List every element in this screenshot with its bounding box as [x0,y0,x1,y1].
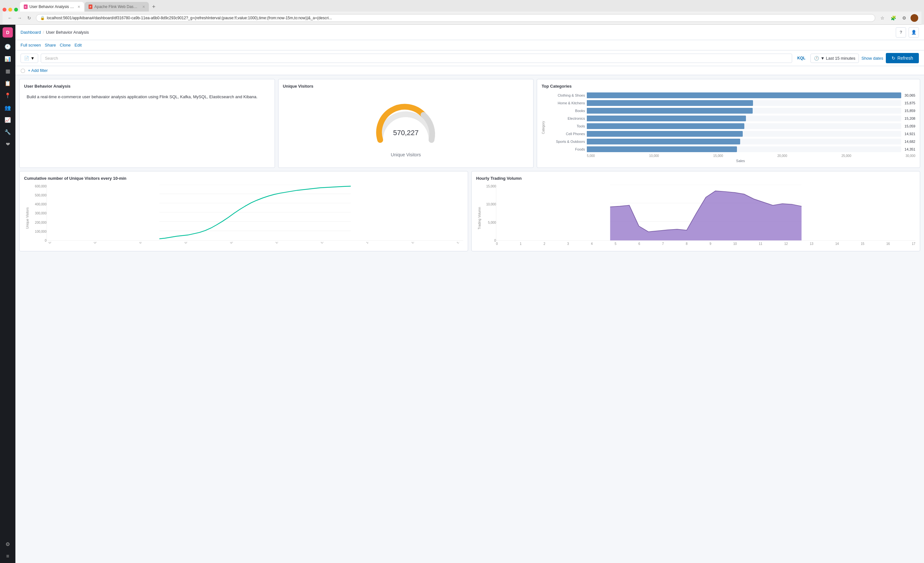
bar-category-clothing: Clothing & Shoes [546,93,585,97]
x-label-1740: 17:40 [456,242,463,244]
y-label-10k: 10,000 [483,203,496,206]
line-chart-x-axis: 00:40 02:10 04:10 06:10 08:10 10:10 12:1… [46,242,463,245]
breadcrumb-current: User Behavior Analysis [46,30,89,35]
x-label-16: 16 [886,242,890,246]
breadcrumb-parent[interactable]: Dashboard [21,30,41,35]
x-label-1410: 14:10 [365,242,373,244]
search-type-button[interactable]: 📄 ▼ [21,54,38,63]
gauge-svg: 570,227 [374,98,438,150]
bar-wrapper-sports [587,139,901,144]
trading-volume-panel: Hourly Trading Volumn Trading Volumn 15,… [471,171,920,251]
help-button[interactable]: ? [896,27,906,38]
edit-link[interactable]: Edit [74,43,81,48]
show-dates-button[interactable]: Show dates [861,56,883,61]
sidebar-icon-graph[interactable]: 📈 [2,114,14,126]
area-chart-svg [496,185,915,241]
x-label-0210: 02:10 [93,242,100,244]
bar-category-cellphones: Cell Phones [546,132,585,136]
x-label-3: 3 [567,242,569,246]
bar-category-sports: Sports & Outdoors [546,140,585,144]
time-picker[interactable]: 🕐 ▼ Last 15 minutes [810,54,859,63]
top-nav-actions: ? 👤 [896,27,919,38]
sidebar-icon-discover[interactable]: 🕘 [2,41,14,52]
x-label-0040: 00:40 [48,242,55,244]
back-button[interactable]: ← [6,14,14,22]
x-label-0410: 04:10 [139,242,146,244]
bar-fill-home [587,100,753,106]
filter-bar: ◯ + Add filter [15,66,924,75]
profile-avatar[interactable] [910,14,918,22]
add-filter-button[interactable]: + Add filter [28,68,48,73]
x-label-0810: 08:10 [230,242,237,244]
x-label-5: 5 [615,242,616,246]
y-label-0: 0 [483,239,496,242]
traffic-light-yellow[interactable] [8,8,12,12]
top-categories-panel: Top Categories Category Clothing & Shoes… [537,79,920,168]
y-label-15k: 15,000 [483,185,496,188]
search-type-icon: 📄 [24,56,29,61]
refresh-button[interactable]: ↻ Refresh [886,53,919,63]
x-label-0: 0 [496,242,498,246]
bar-value-clothing: 30,065 [904,93,915,97]
address-text: localhost:5601/app/kibana#/dashboard/df3… [47,16,871,20]
clone-link[interactable]: Clone [60,43,70,48]
time-range-label: Last 15 minutes [826,56,855,61]
top-nav: Dashboard / User Behavior Analysis ? 👤 [15,25,924,40]
traffic-light-green[interactable] [14,8,18,12]
bar-chart: Clothing & Shoes 30,065 Home & Kitchens [546,92,915,163]
sidebar-icon-maps[interactable]: 📍 [2,90,14,101]
tab-close-flink[interactable]: × [142,4,145,9]
tab-flink[interactable]: F Apache Flink Web Dashboard × [85,2,149,12]
x-label-1: 1 [520,242,522,246]
x-label-4: 4 [591,242,593,246]
x-label-0610: 06:10 [184,242,191,244]
area-chart-y-axis: 15,000 10,000 5,000 0 [483,185,496,252]
bar-fill-electronics [587,116,746,121]
bar-row-foods: Foods 14,351 [546,146,915,152]
reload-button[interactable]: ↻ [25,14,33,22]
y-label-400k: 400,000 [30,203,46,206]
sidebar-icon-visualize[interactable]: 📊 [2,53,14,65]
extensions-button[interactable]: 🧩 [889,14,898,23]
trading-volume-title: Hourly Trading Volumn [476,176,915,181]
bookmark-button[interactable]: ☆ [878,14,887,23]
bar-row-electronics: Electronics 15,208 [546,116,915,121]
address-input[interactable]: 🔒 localhost:5601/app/kibana#/dashboard/d… [36,14,875,22]
chevron-down-icon: ▼ [820,56,825,61]
tab-label-kibana: User Behavior Analysis - Kiba... [30,5,74,9]
bar-fill-clothing [587,92,901,98]
share-link[interactable]: Share [45,43,56,48]
x-label-8: 8 [686,242,688,246]
sidebar-logo[interactable]: D [3,27,13,38]
forward-button[interactable]: → [15,14,24,22]
sidebar-icon-dashboard[interactable]: ▦ [2,65,14,77]
settings-button[interactable]: ⚙ [900,14,909,23]
refresh-icon: ↻ [892,56,896,61]
sidebar-icon-apm[interactable]: 🔧 [2,126,14,138]
unique-visitors-panel: Unique Visitors 570,227 Unique Visitors [278,79,534,168]
gauge-container: 570,227 Unique Visitors [283,92,529,163]
sidebar-icon-uptime[interactable]: ❤ [2,138,14,150]
bar-x-title: Sales [546,159,915,163]
sidebar-icon-ml[interactable]: 👥 [2,102,14,113]
sidebar-icon-dev[interactable]: ≡ [2,551,14,562]
area-chart-wrapper: Trading Volumn 15,000 10,000 5,000 0 [476,185,915,252]
y-label-200k: 200,000 [30,221,46,224]
sidebar-icon-canvas[interactable]: 📋 [2,77,14,89]
fullscreen-link[interactable]: Full screen [21,43,41,48]
new-tab-button[interactable]: + [150,2,158,12]
bar-value-foods: 14,351 [904,147,915,151]
kql-button[interactable]: KQL [795,56,808,60]
traffic-light-red[interactable] [3,8,6,12]
refresh-label: Refresh [897,56,913,61]
tab-bar: K User Behavior Analysis - Kiba... × F A… [3,2,921,12]
tab-close-kibana[interactable]: × [78,4,80,9]
user-button[interactable]: 👤 [909,27,919,38]
sidebar-icon-settings[interactable]: ⚙ [2,538,14,550]
nav-buttons: ← → ↻ [6,14,33,22]
bar-fill-tools [587,123,744,129]
tab-kibana[interactable]: K User Behavior Analysis - Kiba... × [20,2,84,12]
x-label-14: 14 [835,242,838,246]
search-input-wrapper[interactable]: Search [41,54,792,63]
area-chart-x-axis: 0 1 2 3 4 5 6 7 8 9 10 1 [496,242,915,246]
